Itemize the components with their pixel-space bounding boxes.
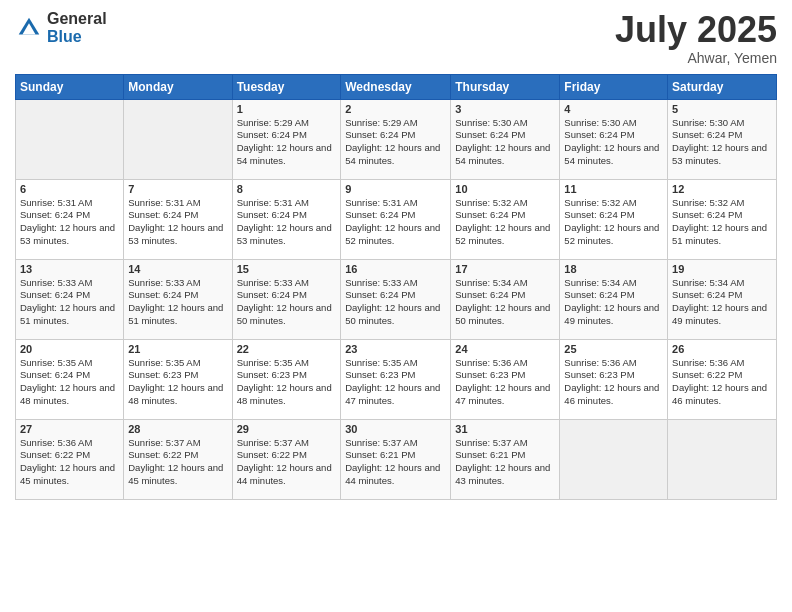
calendar-week-row-4: 27Sunrise: 5:36 AM Sunset: 6:22 PM Dayli… bbox=[16, 419, 777, 499]
calendar-cell: 13Sunrise: 5:33 AM Sunset: 6:24 PM Dayli… bbox=[16, 259, 124, 339]
day-number: 12 bbox=[672, 183, 772, 195]
calendar-cell: 21Sunrise: 5:35 AM Sunset: 6:23 PM Dayli… bbox=[124, 339, 232, 419]
day-info: Sunrise: 5:36 AM Sunset: 6:22 PM Dayligh… bbox=[20, 437, 119, 488]
day-info: Sunrise: 5:37 AM Sunset: 6:21 PM Dayligh… bbox=[345, 437, 446, 488]
calendar-cell: 30Sunrise: 5:37 AM Sunset: 6:21 PM Dayli… bbox=[341, 419, 451, 499]
day-info: Sunrise: 5:35 AM Sunset: 6:23 PM Dayligh… bbox=[128, 357, 227, 408]
day-info: Sunrise: 5:30 AM Sunset: 6:24 PM Dayligh… bbox=[672, 117, 772, 168]
calendar-cell: 7Sunrise: 5:31 AM Sunset: 6:24 PM Daylig… bbox=[124, 179, 232, 259]
day-info: Sunrise: 5:34 AM Sunset: 6:24 PM Dayligh… bbox=[455, 277, 555, 328]
day-info: Sunrise: 5:31 AM Sunset: 6:24 PM Dayligh… bbox=[128, 197, 227, 248]
day-info: Sunrise: 5:33 AM Sunset: 6:24 PM Dayligh… bbox=[237, 277, 337, 328]
day-number: 6 bbox=[20, 183, 119, 195]
calendar-cell: 6Sunrise: 5:31 AM Sunset: 6:24 PM Daylig… bbox=[16, 179, 124, 259]
day-info: Sunrise: 5:33 AM Sunset: 6:24 PM Dayligh… bbox=[345, 277, 446, 328]
day-number: 14 bbox=[128, 263, 227, 275]
day-number: 28 bbox=[128, 423, 227, 435]
day-number: 23 bbox=[345, 343, 446, 355]
day-info: Sunrise: 5:29 AM Sunset: 6:24 PM Dayligh… bbox=[345, 117, 446, 168]
day-number: 10 bbox=[455, 183, 555, 195]
calendar-cell: 8Sunrise: 5:31 AM Sunset: 6:24 PM Daylig… bbox=[232, 179, 341, 259]
day-info: Sunrise: 5:37 AM Sunset: 6:22 PM Dayligh… bbox=[128, 437, 227, 488]
day-info: Sunrise: 5:31 AM Sunset: 6:24 PM Dayligh… bbox=[20, 197, 119, 248]
day-number: 19 bbox=[672, 263, 772, 275]
day-number: 25 bbox=[564, 343, 663, 355]
day-number: 17 bbox=[455, 263, 555, 275]
day-number: 5 bbox=[672, 103, 772, 115]
calendar-cell: 5Sunrise: 5:30 AM Sunset: 6:24 PM Daylig… bbox=[668, 99, 777, 179]
calendar-cell: 24Sunrise: 5:36 AM Sunset: 6:23 PM Dayli… bbox=[451, 339, 560, 419]
day-number: 30 bbox=[345, 423, 446, 435]
calendar-cell: 17Sunrise: 5:34 AM Sunset: 6:24 PM Dayli… bbox=[451, 259, 560, 339]
calendar-week-row-0: 1Sunrise: 5:29 AM Sunset: 6:24 PM Daylig… bbox=[16, 99, 777, 179]
day-info: Sunrise: 5:36 AM Sunset: 6:22 PM Dayligh… bbox=[672, 357, 772, 408]
calendar-header-row: Sunday Monday Tuesday Wednesday Thursday… bbox=[16, 74, 777, 99]
header-saturday: Saturday bbox=[668, 74, 777, 99]
day-info: Sunrise: 5:33 AM Sunset: 6:24 PM Dayligh… bbox=[20, 277, 119, 328]
calendar-cell: 16Sunrise: 5:33 AM Sunset: 6:24 PM Dayli… bbox=[341, 259, 451, 339]
day-number: 24 bbox=[455, 343, 555, 355]
day-info: Sunrise: 5:32 AM Sunset: 6:24 PM Dayligh… bbox=[564, 197, 663, 248]
day-number: 11 bbox=[564, 183, 663, 195]
calendar-cell: 18Sunrise: 5:34 AM Sunset: 6:24 PM Dayli… bbox=[560, 259, 668, 339]
logo-general: General bbox=[47, 10, 107, 28]
calendar-week-row-2: 13Sunrise: 5:33 AM Sunset: 6:24 PM Dayli… bbox=[16, 259, 777, 339]
calendar-cell: 1Sunrise: 5:29 AM Sunset: 6:24 PM Daylig… bbox=[232, 99, 341, 179]
day-info: Sunrise: 5:34 AM Sunset: 6:24 PM Dayligh… bbox=[564, 277, 663, 328]
day-info: Sunrise: 5:30 AM Sunset: 6:24 PM Dayligh… bbox=[455, 117, 555, 168]
day-number: 29 bbox=[237, 423, 337, 435]
calendar-cell: 14Sunrise: 5:33 AM Sunset: 6:24 PM Dayli… bbox=[124, 259, 232, 339]
day-number: 18 bbox=[564, 263, 663, 275]
header-friday: Friday bbox=[560, 74, 668, 99]
calendar-cell: 26Sunrise: 5:36 AM Sunset: 6:22 PM Dayli… bbox=[668, 339, 777, 419]
day-number: 13 bbox=[20, 263, 119, 275]
calendar-cell bbox=[668, 419, 777, 499]
calendar-table: Sunday Monday Tuesday Wednesday Thursday… bbox=[15, 74, 777, 500]
calendar-cell: 19Sunrise: 5:34 AM Sunset: 6:24 PM Dayli… bbox=[668, 259, 777, 339]
day-info: Sunrise: 5:33 AM Sunset: 6:24 PM Dayligh… bbox=[128, 277, 227, 328]
day-info: Sunrise: 5:35 AM Sunset: 6:23 PM Dayligh… bbox=[345, 357, 446, 408]
day-number: 3 bbox=[455, 103, 555, 115]
calendar-cell: 15Sunrise: 5:33 AM Sunset: 6:24 PM Dayli… bbox=[232, 259, 341, 339]
day-number: 16 bbox=[345, 263, 446, 275]
day-number: 31 bbox=[455, 423, 555, 435]
day-number: 20 bbox=[20, 343, 119, 355]
calendar-cell: 31Sunrise: 5:37 AM Sunset: 6:21 PM Dayli… bbox=[451, 419, 560, 499]
day-number: 4 bbox=[564, 103, 663, 115]
calendar-cell bbox=[16, 99, 124, 179]
calendar-cell: 27Sunrise: 5:36 AM Sunset: 6:22 PM Dayli… bbox=[16, 419, 124, 499]
calendar-cell: 22Sunrise: 5:35 AM Sunset: 6:23 PM Dayli… bbox=[232, 339, 341, 419]
day-info: Sunrise: 5:32 AM Sunset: 6:24 PM Dayligh… bbox=[672, 197, 772, 248]
calendar-cell: 4Sunrise: 5:30 AM Sunset: 6:24 PM Daylig… bbox=[560, 99, 668, 179]
calendar-cell: 25Sunrise: 5:36 AM Sunset: 6:23 PM Dayli… bbox=[560, 339, 668, 419]
day-number: 9 bbox=[345, 183, 446, 195]
calendar-cell: 23Sunrise: 5:35 AM Sunset: 6:23 PM Dayli… bbox=[341, 339, 451, 419]
header-wednesday: Wednesday bbox=[341, 74, 451, 99]
day-info: Sunrise: 5:34 AM Sunset: 6:24 PM Dayligh… bbox=[672, 277, 772, 328]
day-number: 22 bbox=[237, 343, 337, 355]
calendar-cell: 12Sunrise: 5:32 AM Sunset: 6:24 PM Dayli… bbox=[668, 179, 777, 259]
location: Ahwar, Yemen bbox=[615, 50, 777, 66]
logo-blue: Blue bbox=[47, 28, 107, 46]
day-info: Sunrise: 5:36 AM Sunset: 6:23 PM Dayligh… bbox=[455, 357, 555, 408]
day-info: Sunrise: 5:31 AM Sunset: 6:24 PM Dayligh… bbox=[237, 197, 337, 248]
day-info: Sunrise: 5:32 AM Sunset: 6:24 PM Dayligh… bbox=[455, 197, 555, 248]
day-info: Sunrise: 5:35 AM Sunset: 6:24 PM Dayligh… bbox=[20, 357, 119, 408]
day-number: 8 bbox=[237, 183, 337, 195]
header-tuesday: Tuesday bbox=[232, 74, 341, 99]
day-number: 15 bbox=[237, 263, 337, 275]
calendar-cell bbox=[124, 99, 232, 179]
calendar-week-row-3: 20Sunrise: 5:35 AM Sunset: 6:24 PM Dayli… bbox=[16, 339, 777, 419]
logo: General Blue bbox=[15, 10, 107, 45]
calendar-cell: 20Sunrise: 5:35 AM Sunset: 6:24 PM Dayli… bbox=[16, 339, 124, 419]
calendar-cell: 28Sunrise: 5:37 AM Sunset: 6:22 PM Dayli… bbox=[124, 419, 232, 499]
day-info: Sunrise: 5:37 AM Sunset: 6:21 PM Dayligh… bbox=[455, 437, 555, 488]
header-sunday: Sunday bbox=[16, 74, 124, 99]
calendar-cell: 11Sunrise: 5:32 AM Sunset: 6:24 PM Dayli… bbox=[560, 179, 668, 259]
calendar-cell bbox=[560, 419, 668, 499]
title-block: July 2025 Ahwar, Yemen bbox=[615, 10, 777, 66]
calendar-cell: 3Sunrise: 5:30 AM Sunset: 6:24 PM Daylig… bbox=[451, 99, 560, 179]
calendar-cell: 2Sunrise: 5:29 AM Sunset: 6:24 PM Daylig… bbox=[341, 99, 451, 179]
page: General Blue July 2025 Ahwar, Yemen Sund… bbox=[0, 0, 792, 612]
day-number: 26 bbox=[672, 343, 772, 355]
